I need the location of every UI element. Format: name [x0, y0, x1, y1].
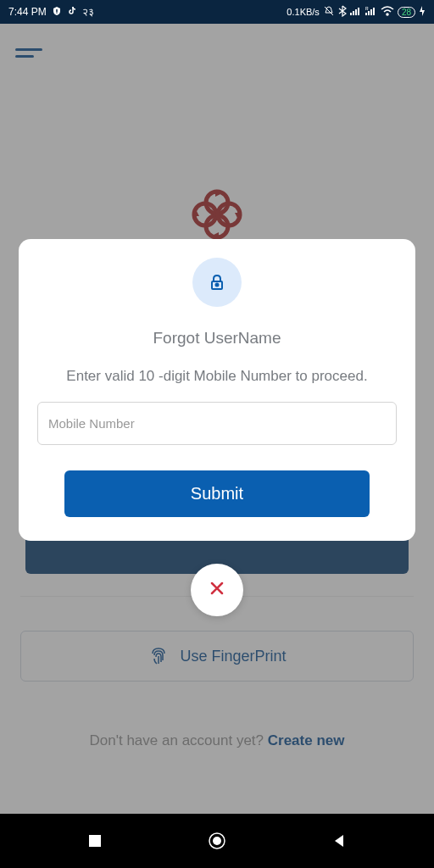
charging-icon [419, 6, 426, 18]
submit-button[interactable]: Submit [64, 470, 370, 517]
svg-text:R: R [365, 6, 369, 11]
svg-rect-9 [373, 8, 375, 15]
android-nav-bar [0, 814, 434, 868]
svg-rect-8 [370, 9, 372, 15]
mobile-number-input[interactable] [37, 402, 397, 445]
modal-description: Enter valid 10 -digit Mobile Number to p… [37, 368, 397, 385]
home-button[interactable] [207, 831, 227, 851]
close-button[interactable] [191, 564, 243, 616]
back-button[interactable] [329, 831, 349, 851]
svg-point-0 [56, 12, 58, 14]
lock-icon [192, 258, 242, 307]
status-marathi: २३ [82, 6, 94, 18]
battery-indicator: 28 [398, 7, 415, 18]
bell-off-icon [323, 5, 335, 19]
svg-point-16 [216, 284, 219, 287]
bluetooth-icon [338, 5, 347, 19]
status-time: 7:44 PM [8, 6, 47, 18]
svg-rect-2 [353, 11, 354, 15]
signal-icon [350, 6, 362, 18]
svg-point-10 [387, 14, 388, 15]
svg-rect-17 [89, 835, 101, 847]
svg-rect-6 [365, 13, 367, 15]
forgot-username-modal: Forgot UserName Enter valid 10 -digit Mo… [19, 239, 415, 541]
svg-rect-1 [350, 13, 352, 15]
signal2-icon: R [365, 6, 377, 18]
svg-rect-3 [355, 9, 357, 15]
svg-rect-7 [368, 11, 370, 15]
close-icon [208, 579, 226, 601]
svg-point-19 [213, 837, 221, 845]
data-rate: 0.1KB/s [287, 7, 320, 17]
svg-rect-4 [358, 8, 359, 15]
wifi-icon [381, 6, 394, 18]
status-bar: 7:44 PM २३ 0.1KB/s R 28 [0, 0, 434, 24]
recent-apps-button[interactable] [85, 831, 105, 851]
shield-icon [52, 6, 62, 19]
modal-title: Forgot UserName [37, 329, 397, 348]
tiktok-icon [67, 6, 77, 19]
